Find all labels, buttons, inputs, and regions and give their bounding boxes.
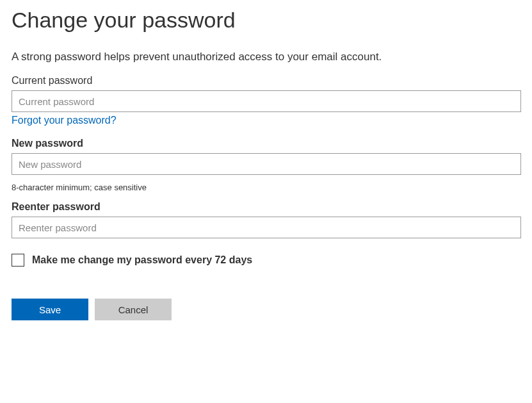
reenter-password-group: Reenter password bbox=[12, 201, 520, 238]
current-password-label: Current password bbox=[12, 75, 520, 86]
expiry-checkbox[interactable] bbox=[12, 254, 24, 267]
cancel-button[interactable]: Cancel bbox=[95, 299, 172, 320]
password-hint: 8-character minimum; case sensitive bbox=[12, 183, 520, 192]
new-password-group: New password bbox=[12, 138, 520, 175]
expiry-checkbox-row: Make me change my password every 72 days bbox=[12, 254, 520, 267]
reenter-password-input[interactable] bbox=[12, 217, 521, 238]
new-password-label: New password bbox=[12, 138, 520, 149]
save-button[interactable]: Save bbox=[12, 299, 88, 320]
forgot-password-link[interactable]: Forgot your password? bbox=[12, 115, 117, 126]
expiry-checkbox-label: Make me change my password every 72 days bbox=[32, 254, 252, 266]
current-password-group: Current password Forgot your password? bbox=[12, 75, 520, 126]
new-password-input[interactable] bbox=[12, 153, 521, 175]
current-password-input[interactable] bbox=[12, 90, 521, 112]
page-description: A strong password helps prevent unauthor… bbox=[12, 51, 520, 63]
button-row: Save Cancel bbox=[12, 299, 520, 320]
reenter-password-label: Reenter password bbox=[12, 201, 520, 213]
page-title: Change your password bbox=[12, 8, 520, 33]
